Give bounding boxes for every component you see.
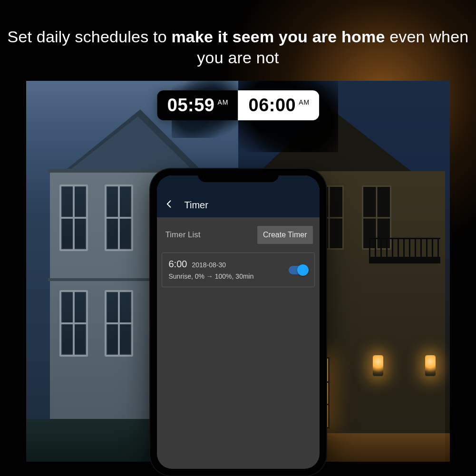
headline: Set daily schedules to make it seem you … bbox=[0, 26, 476, 68]
toggle-knob bbox=[297, 264, 309, 276]
time-before-value: 05:59 bbox=[167, 95, 215, 116]
time-badges: 05:59 AM 06:00 AM bbox=[157, 90, 319, 120]
phone-notch bbox=[198, 169, 279, 182]
time-before-ampm: AM bbox=[218, 98, 229, 106]
timer-description: Sunrise, 0% → 100%, 30min bbox=[169, 272, 308, 280]
create-timer-button[interactable]: Create Timer bbox=[257, 226, 312, 244]
back-icon[interactable] bbox=[165, 199, 174, 211]
phone-screen: Timer Timer List Create Timer 6:00 2018-… bbox=[157, 175, 320, 469]
timer-time: 6:00 bbox=[169, 259, 187, 270]
timer-list-label: Timer List bbox=[165, 230, 201, 240]
time-after-ampm: AM bbox=[299, 98, 310, 106]
time-badge-before: 05:59 AM bbox=[157, 90, 238, 120]
timer-date: 2018-08-30 bbox=[192, 261, 226, 269]
headline-part1: Set daily schedules to bbox=[8, 28, 172, 46]
timer-toggle[interactable] bbox=[289, 266, 308, 274]
app-title: Timer bbox=[185, 200, 208, 211]
time-badge-after: 06:00 AM bbox=[238, 90, 320, 120]
timer-item[interactable]: 6:00 2018-08-30 Sunrise, 0% → 100%, 30mi… bbox=[162, 253, 315, 287]
headline-bold: make it seem you are home bbox=[171, 28, 385, 46]
time-after-value: 06:00 bbox=[249, 95, 296, 116]
timer-list-header: Timer List Create Timer bbox=[157, 217, 320, 251]
phone-frame: Timer Timer List Create Timer 6:00 2018-… bbox=[150, 169, 326, 476]
